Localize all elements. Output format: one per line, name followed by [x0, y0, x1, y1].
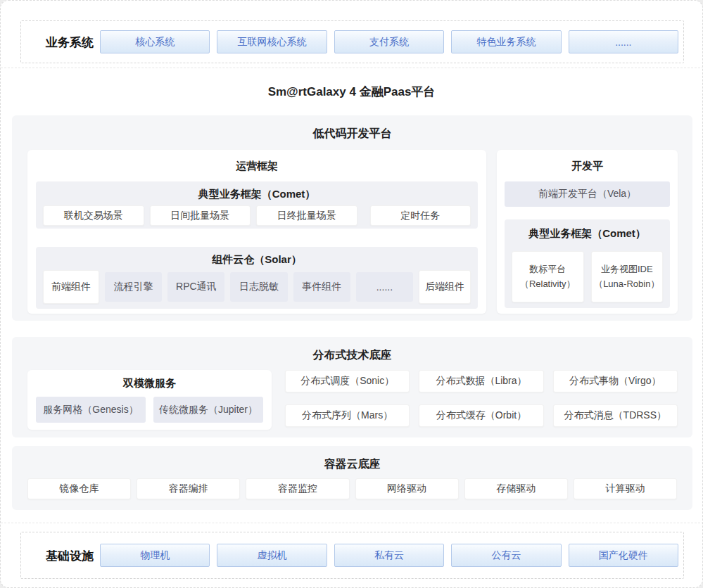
container-cloud-row: 镜像仓库 容器编排 容器监控 网络驱动 存储驱动 计算驱动 — [27, 478, 677, 499]
top-divider — [1, 68, 703, 68]
architecture-diagram: { "page": { "title": "Sm@rtGalaxy 4 金融Pa… — [0, 0, 703, 588]
vela-frontend-dev-platform: 前端开发平台（Vela） — [505, 181, 670, 207]
platform-title: Sm@rtGalaxy 4 金融Paas平台 — [1, 84, 702, 100]
business-item-core-system: 核心系统 — [100, 30, 210, 53]
luna-robin-line2: （Luna-Robin） — [594, 277, 659, 291]
component-ellipsis: ...... — [356, 272, 413, 302]
container-orchestration: 容器编排 — [137, 478, 240, 499]
relativity-line2: （Relativity） — [520, 277, 576, 291]
scenario-online-transaction: 联机交易场景 — [43, 205, 144, 226]
network-driver: 网络驱动 — [355, 478, 459, 499]
operation-framework-panel: 运营框架 典型业务框架（Comet） 联机交易场景 日间批量场景 日终批量场景 … — [27, 150, 486, 314]
tdrss-distributed-messaging: 分布式消息（TDRSS） — [553, 404, 678, 427]
business-item-special-business-system: 特色业务系统 — [451, 30, 561, 53]
lowcode-layer-title: 低代码开发平台 — [12, 127, 692, 141]
solar-components-row: 前端组件 流程引擎 RPC通讯 日志脱敏 事件组件 ...... 后端组件 — [43, 270, 471, 304]
solar-component-warehouse-box: 组件云仓（Solar） 前端组件 流程引擎 RPC通讯 日志脱敏 事件组件 ..… — [36, 247, 478, 309]
scenario-daytime-batch: 日间批量场景 — [150, 205, 251, 226]
comet-business-framework-title: 典型业务框架（Comet） — [36, 188, 478, 201]
infra-physical-machine: 物理机 — [100, 544, 210, 567]
business-item-internet-core-system: 互联网核心系统 — [217, 30, 327, 53]
scenario-scheduled-task: 定时任务 — [370, 205, 471, 226]
infra-public-cloud: 公有云 — [451, 544, 561, 567]
mars-distributed-sequence: 分布式序列（Mars） — [285, 404, 410, 427]
infra-virtual-machine: 虚拟机 — [217, 544, 327, 567]
dev-platform-title: 开发平 — [497, 160, 678, 173]
scenario-end-of-day-batch: 日终批量场景 — [256, 205, 357, 226]
business-systems-band: 业务系统 核心系统 互联网核心系统 支付系统 特色业务系统 ...... — [20, 20, 684, 63]
sonic-distributed-scheduling: 分布式调度（Sonic） — [285, 370, 410, 392]
dev-comet-items-row: 数标平台 （Relativity） 业务视图IDE （Luna-Robin） — [512, 251, 663, 302]
compute-driver: 计算驱动 — [574, 478, 677, 499]
libra-distributed-data: 分布式数据（Libra） — [419, 370, 543, 392]
business-systems-label: 业务系统 — [46, 34, 94, 50]
component-event: 事件组件 — [293, 272, 350, 302]
component-backend: 后端组件 — [419, 270, 471, 304]
distributed-layer: 分布式技术底座 双模微服务 服务网格（Genesis） 传统微服务（Jupite… — [12, 337, 692, 437]
relativity-line1: 数标平台 — [529, 262, 566, 276]
infra-private-cloud: 私有云 — [334, 544, 444, 567]
component-frontend: 前端组件 — [43, 270, 99, 304]
business-item-ellipsis: ...... — [569, 30, 678, 53]
dual-mode-microservices-panel: 双模微服务 服务网格（Genesis） 传统微服务（Jupiter） — [27, 370, 272, 430]
dual-mode-row: 服务网格（Genesis） 传统微服务（Jupiter） — [36, 397, 263, 423]
distributed-services-grid: 分布式调度（Sonic） 分布式数据（Libra） 分布式事物（Virgo） 分… — [285, 370, 678, 427]
infra-domestic-hardware: 国产化硬件 — [569, 544, 678, 567]
infrastructure-band: 基础设施 物理机 虚拟机 私有云 公有云 国产化硬件 — [20, 532, 684, 579]
dev-platform-panel: 开发平 前端开发平台（Vela） 典型业务框架（Comet） 数标平台 （Rel… — [497, 150, 678, 314]
storage-driver: 存储驱动 — [464, 478, 568, 499]
container-cloud-layer: 容器云底座 镜像仓库 容器编排 容器监控 网络驱动 存储驱动 计算驱动 — [12, 446, 692, 510]
luna-robin-business-view-ide: 业务视图IDE （Luna-Robin） — [591, 251, 664, 302]
luna-robin-line1: 业务视图IDE — [601, 262, 653, 276]
dev-comet-framework-box: 典型业务框架（Comet） 数标平台 （Relativity） 业务视图IDE … — [505, 219, 670, 308]
virgo-distributed-transaction: 分布式事物（Virgo） — [553, 370, 678, 392]
genesis-service-mesh: 服务网格（Genesis） — [36, 397, 146, 423]
solar-component-warehouse-title: 组件云仓（Solar） — [36, 253, 478, 267]
component-rpc-communication: RPC通讯 — [167, 272, 224, 302]
bottom-divider — [1, 523, 703, 523]
comet-business-framework-box: 典型业务框架（Comet） 联机交易场景 日间批量场景 日终批量场景 定时任务 — [36, 181, 478, 229]
infrastructure-row: 物理机 虚拟机 私有云 公有云 国产化硬件 — [100, 544, 678, 567]
infrastructure-label: 基础设施 — [46, 547, 94, 563]
jupiter-traditional-microservices: 传统微服务（Jupiter） — [153, 397, 263, 423]
lowcode-layer: 低代码开发平台 运营框架 典型业务框架（Comet） 联机交易场景 日间批量场景… — [12, 115, 692, 321]
container-cloud-title: 容器云底座 — [12, 457, 692, 472]
business-systems-row: 核心系统 互联网核心系统 支付系统 特色业务系统 ...... — [100, 30, 678, 53]
comet-scenarios-row: 联机交易场景 日间批量场景 日终批量场景 定时任务 — [43, 205, 471, 226]
orbit-distributed-cache: 分布式缓存（Orbit） — [419, 404, 543, 427]
container-monitoring: 容器监控 — [246, 478, 349, 499]
component-log-masking: 日志脱敏 — [230, 272, 287, 302]
operation-framework-title: 运营框架 — [27, 160, 486, 173]
dev-comet-framework-title: 典型业务框架（Comet） — [505, 227, 670, 241]
dual-mode-microservices-title: 双模微服务 — [27, 377, 272, 390]
business-item-payment-system: 支付系统 — [334, 30, 444, 53]
distributed-layer-title: 分布式技术底座 — [12, 348, 692, 363]
image-registry: 镜像仓库 — [27, 478, 131, 499]
component-process-engine: 流程引擎 — [105, 272, 162, 302]
relativity-data-platform: 数标平台 （Relativity） — [512, 251, 584, 302]
